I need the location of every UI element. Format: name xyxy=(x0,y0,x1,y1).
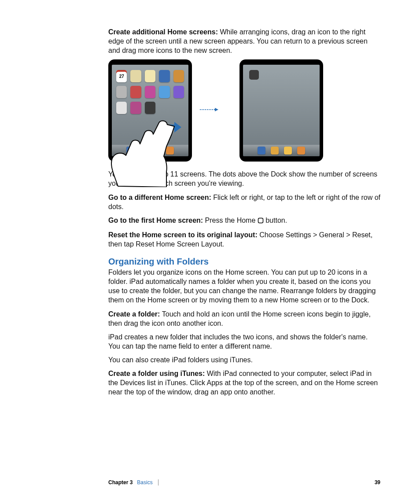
para-folders-intro: Folders let you organize icons on the Ho… xyxy=(108,268,380,305)
footer-chapter-name: Basics xyxy=(137,479,152,486)
para-create-folder-itunes: Create a folder using iTunes: With iPad … xyxy=(108,369,380,397)
app-icon xyxy=(173,86,184,98)
app-icon xyxy=(130,70,141,82)
lead-create-folder: Create a folder: xyxy=(108,310,162,318)
para-create-folder: Create a folder: Touch and hold an icon … xyxy=(108,309,380,328)
dock-app-icon xyxy=(284,147,292,155)
app-icon xyxy=(130,102,141,114)
ipad-left-dock xyxy=(112,145,188,156)
lead-go-first: Go to the first Home screen: xyxy=(108,217,205,224)
para-reset-layout: Reset the Home screen to its original la… xyxy=(108,230,380,249)
page-footer: Chapter 3 Basics 39 xyxy=(108,479,380,486)
app-icon: 27 xyxy=(116,70,127,82)
para-create-home-screens: Create additional Home screens: While ar… xyxy=(108,27,380,55)
lead-create-home-screens: Create additional Home screens: xyxy=(108,28,220,36)
dock-app-icon xyxy=(271,147,279,155)
text-go-first-pre: Press the Home xyxy=(205,217,258,224)
ipad-left: 27 xyxy=(108,59,192,162)
figure-drag-to-new-screen: 27 xyxy=(108,59,380,162)
heading-organizing-folders: Organizing with Folders xyxy=(108,257,380,267)
app-icon xyxy=(173,70,184,82)
ipad-left-screen: 27 xyxy=(112,65,188,156)
lead-reset-layout: Reset the Home screen to its original la… xyxy=(108,231,259,239)
text-go-first-post: button. xyxy=(264,217,287,224)
footer-chapter: Chapter 3 xyxy=(108,479,133,486)
app-icon xyxy=(145,102,155,114)
para-go-different: Go to a different Home screen: Flick lef… xyxy=(108,193,380,211)
dotted-arrow-icon xyxy=(200,108,218,111)
para-11-screens: You can have up to 11 screens. The dots … xyxy=(108,169,380,188)
home-button-icon xyxy=(258,217,264,226)
calendar-icon: 27 xyxy=(116,70,127,82)
lead-go-different: Go to a different Home screen: xyxy=(108,194,213,201)
svg-rect-2 xyxy=(258,218,263,223)
ipad-right-dock xyxy=(243,145,320,156)
para-go-first: Go to the first Home screen: Press the H… xyxy=(108,216,380,226)
dock-app-icon xyxy=(166,147,174,155)
ipad-left-icon-grid: 27 xyxy=(116,70,184,114)
manual-page: Create additional Home screens: While ar… xyxy=(0,0,420,504)
dock-app-icon xyxy=(140,147,147,155)
ipad-right-screen xyxy=(243,65,320,156)
footer-page-number: 39 xyxy=(375,479,380,486)
para-folder-name: iPad creates a new folder that includes … xyxy=(108,332,380,351)
lead-create-folder-itunes: Create a folder using iTunes: xyxy=(108,370,207,377)
ipad-right-single-app xyxy=(249,70,259,80)
ipad-right xyxy=(239,59,323,162)
dock-app-icon xyxy=(258,147,265,155)
app-icon xyxy=(159,70,169,82)
app-icon xyxy=(145,86,155,98)
dock-app-icon xyxy=(126,147,134,155)
para-folders-itunes: You can also create iPad folders using i… xyxy=(108,355,380,364)
app-icon xyxy=(159,86,169,98)
dock-app-icon xyxy=(297,147,305,155)
footer-separator xyxy=(158,479,158,486)
app-icon xyxy=(130,86,141,98)
dock-app-icon xyxy=(153,147,161,155)
app-icon xyxy=(145,70,155,82)
app-icon xyxy=(116,86,127,98)
app-icon xyxy=(116,102,127,114)
